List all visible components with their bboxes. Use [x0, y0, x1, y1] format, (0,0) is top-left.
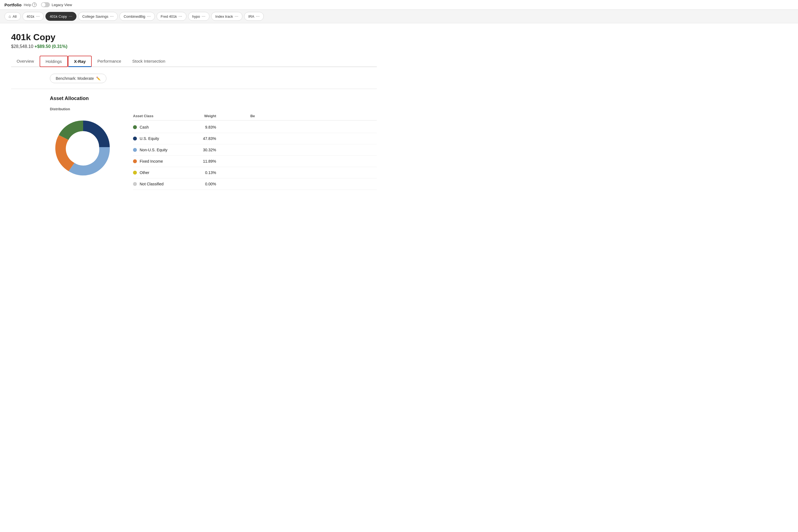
- portfolio-tabs-bar: ⌂ All 401k ··· 401k Copy ··· College Sav…: [0, 10, 798, 23]
- more-dots-index[interactable]: ···: [235, 14, 238, 19]
- asset-class-us-equity: U.S. Equity: [133, 136, 188, 141]
- more-dots-ira[interactable]: ···: [256, 14, 260, 19]
- home-icon: ⌂: [8, 14, 11, 19]
- cash-label: Cash: [140, 125, 149, 129]
- table-row: Not Classified 0.00%: [133, 178, 377, 190]
- portfolio-value-row: $28,548.10 +$89.50 (0.31%): [11, 44, 377, 49]
- portfolio-tab-college-savings-label: College Savings: [82, 14, 108, 19]
- portfolio-tab-401k-copy-label: 401k Copy: [50, 14, 67, 19]
- more-dots-college[interactable]: ···: [110, 14, 114, 19]
- more-dots-combined[interactable]: ···: [147, 14, 150, 19]
- asset-class-not-classified: Not Classified: [133, 182, 188, 186]
- legacy-view-label: Legacy View: [52, 3, 72, 7]
- non-us-equity-weight: 30.32%: [188, 148, 222, 152]
- portfolio-tab-ira[interactable]: IRA ···: [244, 12, 264, 21]
- portfolio-tab-index-track-label: Index track: [215, 14, 233, 19]
- portfolio-tab-college-savings[interactable]: College Savings ···: [78, 12, 118, 21]
- edit-icon: ✏️: [96, 76, 100, 81]
- table-row: Non-U.S. Equity 30.32%: [133, 144, 377, 156]
- col-weight: Weight: [188, 114, 222, 118]
- us-equity-label: U.S. Equity: [140, 136, 159, 141]
- top-nav: Portfolio Help ? Legacy View: [0, 0, 798, 10]
- tab-holdings[interactable]: Holdings: [40, 56, 68, 67]
- not-classified-label: Not Classified: [140, 182, 164, 186]
- portfolio-tab-hypo[interactable]: hypo ···: [188, 12, 210, 21]
- fixed-income-weight: 11.89%: [188, 159, 222, 164]
- asset-class-other: Other: [133, 170, 188, 175]
- table-row: Fixed Income 11.89%: [133, 156, 377, 167]
- portfolio-change-percent: (0.31%): [52, 44, 67, 49]
- asset-class-fixed-income: Fixed Income: [133, 159, 188, 164]
- other-weight: 0.13%: [188, 170, 222, 175]
- asset-class-table: Asset Class Weight Be Cash 9.83% U.S.: [133, 114, 377, 190]
- section-divider: [11, 89, 377, 89]
- portfolio-tab-ira-label: IRA: [248, 14, 254, 19]
- us-equity-dot: [133, 137, 137, 140]
- portfolio-tab-fred-401k-label: Fred 401k: [161, 14, 177, 19]
- svg-point-0: [67, 131, 99, 163]
- brand-label: Portfolio: [4, 2, 22, 7]
- tab-performance[interactable]: Performance: [92, 56, 127, 66]
- portfolio-change: +$89.50 (0.31%): [35, 44, 68, 49]
- asset-allocation-section: Asset Allocation Distribution: [11, 96, 377, 190]
- portfolio-tab-fred-401k[interactable]: Fred 401k ···: [156, 12, 187, 21]
- allocation-body: Asset Class Weight Be Cash 9.83% U.S.: [50, 114, 377, 190]
- donut-chart: [50, 114, 116, 180]
- not-classified-dot: [133, 182, 137, 186]
- benchmark-label: Benchmark: Moderate: [56, 76, 94, 81]
- asset-class-non-us-equity: Non-U.S. Equity: [133, 148, 188, 152]
- portfolio-title: 401k Copy: [11, 32, 377, 42]
- tab-overview[interactable]: Overview: [11, 56, 40, 66]
- legacy-view-toggle-wrap: Legacy View: [41, 2, 72, 7]
- cash-dot: [133, 125, 137, 129]
- fixed-income-label: Fixed Income: [140, 159, 163, 164]
- help-link[interactable]: Help ?: [24, 2, 37, 7]
- fixed-income-dot: [133, 159, 137, 163]
- more-dots-hypo[interactable]: ···: [202, 14, 205, 19]
- not-classified-weight: 0.00%: [188, 182, 222, 186]
- help-circle-icon: ?: [32, 2, 37, 7]
- main-content: 401k Copy $28,548.10 +$89.50 (0.31%) Ove…: [0, 23, 388, 199]
- tab-xray[interactable]: X-Ray: [68, 56, 92, 67]
- tab-stock-intersection[interactable]: Stock Intersection: [127, 56, 171, 66]
- col-be: Be: [222, 114, 255, 118]
- asset-allocation-title: Asset Allocation: [50, 96, 377, 101]
- toggle-knob: [41, 3, 45, 7]
- portfolio-change-amount: +$89.50: [35, 44, 51, 49]
- portfolio-tab-401k-copy[interactable]: 401k Copy ···: [45, 12, 76, 21]
- asset-table-header: Asset Class Weight Be: [133, 114, 377, 120]
- non-us-equity-label: Non-U.S. Equity: [140, 148, 167, 152]
- more-dots-401k-copy[interactable]: ···: [69, 14, 72, 19]
- benchmark-button[interactable]: Benchmark: Moderate ✏️: [50, 74, 107, 83]
- portfolio-tab-combined-big[interactable]: CombinedBig ···: [119, 12, 155, 21]
- other-dot: [133, 171, 137, 174]
- portfolio-tab-all[interactable]: ⌂ All: [4, 12, 21, 20]
- portfolio-tab-index-track[interactable]: Index track ···: [211, 12, 243, 21]
- us-equity-weight: 47.83%: [188, 136, 222, 141]
- portfolio-tab-401k[interactable]: 401k ···: [22, 12, 44, 21]
- other-label: Other: [140, 170, 149, 175]
- portfolio-tab-401k-label: 401k: [26, 14, 34, 19]
- cash-weight: 9.83%: [188, 125, 222, 129]
- table-row: Cash 9.83%: [133, 122, 377, 133]
- legacy-view-toggle[interactable]: [41, 2, 50, 7]
- non-us-equity-dot: [133, 148, 137, 152]
- table-row: U.S. Equity 47.83%: [133, 133, 377, 144]
- distribution-label: Distribution: [50, 107, 377, 111]
- portfolio-tab-all-label: All: [13, 14, 16, 19]
- portfolio-tab-hypo-label: hypo: [192, 14, 200, 19]
- table-row: Other 0.13%: [133, 167, 377, 178]
- col-asset-class: Asset Class: [133, 114, 188, 118]
- asset-class-cash: Cash: [133, 125, 188, 129]
- more-dots-fred[interactable]: ···: [178, 14, 182, 19]
- section-tabs: Overview Holdings X-Ray Performance Stoc…: [11, 56, 377, 67]
- more-dots-401k[interactable]: ···: [36, 14, 40, 19]
- portfolio-tab-combined-big-label: CombinedBig: [124, 14, 145, 19]
- portfolio-value: $28,548.10: [11, 44, 33, 49]
